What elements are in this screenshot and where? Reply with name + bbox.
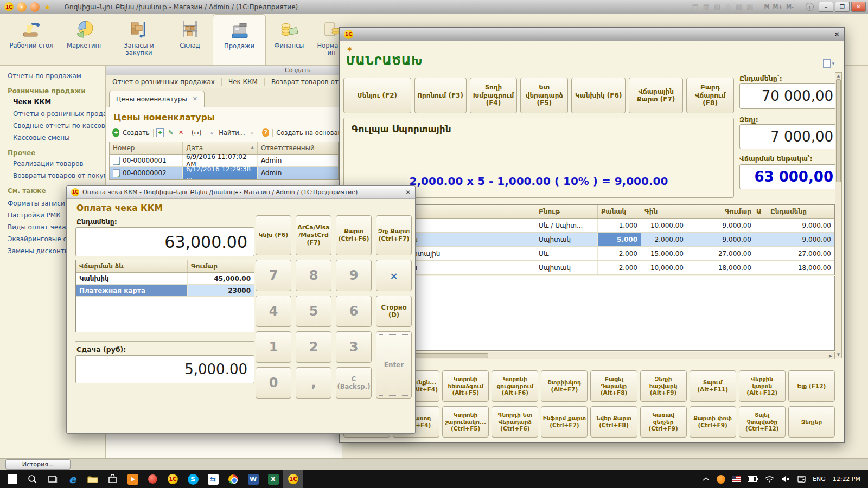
pos-table-row-selected[interactable]: Գուլպա Սպորտային Սպիտակ 5.000 2,000.00 9… xyxy=(344,233,834,247)
search-button[interactable]: Որոնում (F3) xyxy=(414,78,467,113)
language-indicator[interactable]: ENG xyxy=(813,476,826,483)
table-icon[interactable]: ▨ xyxy=(746,3,753,11)
pos-titlebar[interactable]: 1С ✕ xyxy=(340,28,844,41)
card-change-button[interactable]: Քարտի փոփ (Ctrl+F9) xyxy=(690,406,736,438)
sidebar-item-goods-sales[interactable]: Реализации товаров xyxy=(13,160,105,168)
memory-mminus-button[interactable]: M- xyxy=(786,4,794,10)
numpad-enter-button[interactable]: Enter xyxy=(376,331,412,399)
scroll-up-icon[interactable]: ▲ xyxy=(837,73,840,79)
help-icon[interactable]: ? xyxy=(262,128,269,137)
sidebar-item-goods-returns[interactable]: Возвраты товаров от покуп... xyxy=(13,172,105,179)
info-icon[interactable]: i xyxy=(806,3,814,11)
edit-pencil-icon[interactable]: ✎ xyxy=(167,128,174,137)
mixed-payment-button[interactable]: Բարդ Վճարում (F8) xyxy=(686,78,734,113)
section-finance[interactable]: Финансы xyxy=(266,14,312,65)
exit-button[interactable]: Ելք (F12) xyxy=(788,370,835,402)
numpad-discount-card-button[interactable]: Զղչ Քարտ (Ctrl+F7) xyxy=(376,215,412,255)
resize-columns-icon[interactable]: (↔) xyxy=(192,129,202,137)
preview-icon[interactable]: ▧ xyxy=(714,3,720,11)
column-header-a[interactable]: Ա xyxy=(755,205,767,218)
numpad-9[interactable]: 9 xyxy=(336,260,372,291)
section-warehouse[interactable]: Склад xyxy=(167,14,213,65)
create-kkm-check-link[interactable]: Чек ККМ xyxy=(222,78,265,86)
star-icon[interactable]: ☆ xyxy=(725,3,731,11)
menu-button[interactable]: Մենյու (F2) xyxy=(343,78,411,113)
sidebar-item-retail-reports[interactable]: Отчеты о розничных прода... xyxy=(13,110,105,118)
print-icon[interactable]: ▦ xyxy=(703,3,710,11)
gift-card-button[interactable]: Նվեր Քարտ (Ctrl+F8) xyxy=(590,406,637,438)
section-inventory[interactable]: Запасы и закупки xyxy=(111,14,167,65)
payment-card-button[interactable]: Վճարային Քարտ (F7) xyxy=(629,78,683,113)
payment-row-cash[interactable]: Կանխիկ 45,000.00 xyxy=(76,273,254,285)
favorites-star-icon[interactable]: ★ xyxy=(44,3,51,11)
open-drawer-button[interactable]: Բացել Դարակը (Alt+F8) xyxy=(590,370,637,402)
scroll-down-icon[interactable]: ▼ xyxy=(837,351,840,358)
numpad-4[interactable]: 4 xyxy=(256,296,291,327)
managed-discounts-button[interactable]: Կառավ զեղչեր (Ctrl+F9) xyxy=(640,406,687,438)
main-menu-button[interactable]: ▾ xyxy=(17,2,27,12)
volume-muted-icon[interactable] xyxy=(781,476,790,483)
create-retail-sales-report-link[interactable]: Отчет о розничных продажах xyxy=(106,78,222,86)
section-sales[interactable]: Продажи xyxy=(213,14,266,65)
numpad-arca-visa-button[interactable]: ArCa/Visa /MastCrd (F7) xyxy=(296,215,331,255)
1c-app-icon[interactable]: 1С xyxy=(163,470,183,488)
scrollbar-thumb[interactable] xyxy=(836,79,841,182)
movies-tv-icon[interactable] xyxy=(123,470,143,488)
store-icon[interactable] xyxy=(103,470,123,488)
chrome-icon[interactable] xyxy=(223,470,243,488)
teamviewer-icon[interactable]: ⇆ xyxy=(203,470,223,488)
sidebar-item-summary-reports[interactable]: Сводные отчеты по кассов... xyxy=(13,122,105,130)
section-desktop[interactable]: Рабочий стол xyxy=(4,14,59,65)
battery-icon[interactable] xyxy=(748,476,758,482)
clock[interactable]: 12:22 PM xyxy=(833,476,860,483)
delete-icon[interactable]: ✕ xyxy=(177,128,184,137)
pos-close-button[interactable]: ✕ xyxy=(834,30,840,38)
column-header-total[interactable]: Ընդամենը xyxy=(767,205,834,218)
column-header-amount[interactable]: Գումար xyxy=(188,260,254,272)
numpad-card-button[interactable]: Քարտ (Ctrl+F6) xyxy=(336,215,372,255)
vertical-scrollbar[interactable]: ▲ ▼ xyxy=(835,72,842,358)
column-header-date[interactable]: Дата ▲ xyxy=(183,142,258,154)
form-settings-icon[interactable]: ▾ xyxy=(823,59,834,68)
create-icon[interactable]: + xyxy=(112,128,119,137)
file-explorer-icon[interactable] xyxy=(82,470,103,488)
cash-button[interactable]: Կանխիկ (F6) xyxy=(571,78,626,113)
horizontal-scrollbar[interactable]: ◀ ▶ xyxy=(343,352,835,359)
action-center-icon[interactable] xyxy=(797,476,806,483)
payment-row-card-selected[interactable]: Платежная карта 23000 xyxy=(76,285,254,297)
column-header-responsible[interactable]: Ответственный xyxy=(258,142,338,154)
discounts-button[interactable]: Զեղչեր xyxy=(788,406,835,438)
customer-return-button[interactable]: Գնորդի Ետ Վերադարձ (Ctrl+F6) xyxy=(492,406,538,438)
print-button[interactable]: Տպում (Alt+F11) xyxy=(690,370,736,402)
print-unprinted-button[interactable]: Տպել Չտպվածը (Ctrl+F12) xyxy=(739,406,786,438)
amount-due-field[interactable]: 63 000,00 xyxy=(739,164,839,189)
column-header-payment-type[interactable]: Վճարման ձև xyxy=(76,260,188,272)
barcode-button[interactable]: Շտրիխկոդ (Alt+F7) xyxy=(541,370,588,402)
hidden-icons-chevron[interactable] xyxy=(703,477,710,481)
pos-table-row[interactable]: Շապիկ Սպորտային Սպիտակ 2.000 10,000.00 1… xyxy=(344,261,834,275)
tab-close-icon[interactable]: ✕ xyxy=(193,95,197,102)
excel-icon[interactable]: X xyxy=(263,470,283,488)
memory-m-button[interactable]: M xyxy=(764,4,770,10)
discount-calc-button[interactable]: Զեղչի հաշվարկ (Alt+F9) xyxy=(640,370,687,402)
recorder-icon[interactable] xyxy=(143,470,163,488)
numpad-backspace-button[interactable]: C (Backsp.) xyxy=(336,367,372,399)
numpad-cash-button[interactable]: Կնխ (F6) xyxy=(256,215,291,255)
scroll-right-icon[interactable]: ▶ xyxy=(827,354,834,358)
numpad-8[interactable]: 8 xyxy=(296,260,331,291)
numpad-multiply[interactable]: × xyxy=(376,260,412,291)
sidebar-item-kkm-checks[interactable]: Чеки ККМ xyxy=(13,98,105,106)
antivirus-icon[interactable] xyxy=(717,475,725,484)
create-based-on-button[interactable]: Создать на основан xyxy=(276,129,342,137)
change-field[interactable]: 5,000.00 xyxy=(75,355,254,383)
pos-table-row[interactable]: Գնդակ Ֆուտբոլի Սև / Սպիտ... 1.000 10,000… xyxy=(344,219,834,233)
edit-row-button[interactable]: Տողի Խմբագրում (F4) xyxy=(470,78,518,113)
discount-field[interactable]: 7 000,00 xyxy=(739,124,839,149)
maximize-button[interactable]: ❐ xyxy=(835,2,850,12)
minimize-button[interactable]: – xyxy=(819,2,833,12)
word-icon[interactable]: W xyxy=(243,470,263,488)
quick-access-button[interactable] xyxy=(30,2,40,12)
copy-icon[interactable]: + xyxy=(156,128,164,137)
1c-active-task[interactable]: 1С xyxy=(283,470,303,488)
postpone-receipt-button[interactable]: Կտրոնի հետաձգում (Alt+F5) xyxy=(442,370,489,402)
